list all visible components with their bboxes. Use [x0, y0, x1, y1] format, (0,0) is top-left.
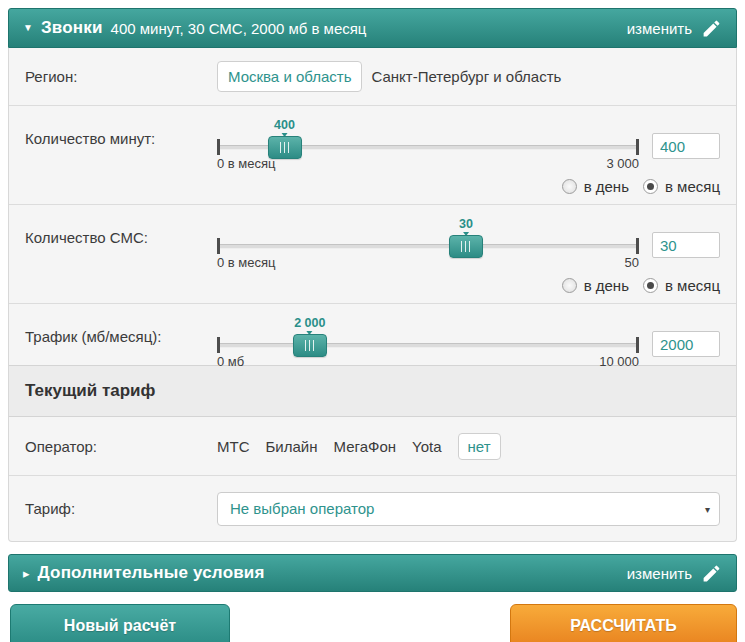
calls-section-title: Звонки: [41, 18, 103, 38]
actions-row: Новый расчёт РАССЧИТАТЬ: [8, 604, 737, 642]
minutes-row: Количество минут: 400 0 в месяц: [9, 105, 736, 204]
traffic-max-label: 10 000: [599, 354, 639, 369]
minutes-radio-day[interactable]: [562, 179, 577, 194]
calls-section-summary: 400 минут, 30 СМС, 2000 мб в месяц: [111, 20, 367, 37]
minutes-radio-day-label[interactable]: в день: [584, 178, 629, 195]
operator-label: Оператор:: [25, 438, 217, 455]
minutes-min-label: 0 в месяц: [217, 156, 276, 171]
tariff-select[interactable]: Не выбран оператор ▾: [217, 492, 720, 526]
slider-end-stop: [217, 238, 220, 254]
pencil-icon: [701, 563, 722, 584]
extra-section-title: Дополнительные условия: [38, 563, 265, 583]
extra-section-header[interactable]: ▸ Дополнительные условия изменить: [8, 554, 737, 592]
slider-end-stop: [636, 139, 639, 155]
sms-max-label: 50: [625, 255, 639, 270]
minutes-radio-month[interactable]: [643, 179, 658, 194]
calculate-button[interactable]: РАССЧИТАТЬ: [510, 604, 737, 642]
sms-radio-month-label[interactable]: в месяц: [665, 277, 720, 294]
slider-end-stop: [636, 238, 639, 254]
sms-radio-day[interactable]: [562, 278, 577, 293]
traffic-label: Трафик (мб/месяц):: [25, 316, 217, 365]
region-row: Регион: Москва и область Санкт-Петербург…: [9, 48, 736, 105]
dropdown-arrow-icon: ▾: [705, 503, 710, 514]
tariff-calculator: ▼ Звонки 400 минут, 30 СМС, 2000 мб в ме…: [0, 0, 745, 642]
sms-min-label: 0 в месяц: [217, 255, 276, 270]
traffic-slider-value: 2 000: [294, 316, 325, 335]
minutes-slider-value: 400: [274, 118, 295, 137]
sms-input[interactable]: [652, 232, 720, 258]
minutes-input[interactable]: [652, 133, 720, 159]
operator-option-mts[interactable]: МТС: [217, 438, 250, 455]
traffic-slider-track[interactable]: [219, 343, 637, 348]
calls-panel: Регион: Москва и область Санкт-Петербург…: [8, 48, 737, 542]
operator-row: Оператор: МТС Билайн МегаФон Yota нет: [9, 417, 736, 475]
calls-edit-button[interactable]: изменить: [627, 18, 722, 39]
extra-edit-label: изменить: [627, 565, 692, 582]
extra-edit-button[interactable]: изменить: [627, 563, 722, 584]
slider-end-stop: [217, 337, 220, 353]
sms-slider[interactable]: 30 0 в месяц 50: [217, 217, 639, 273]
operator-option-none[interactable]: нет: [458, 433, 501, 460]
minutes-max-label: 3 000: [606, 156, 639, 171]
traffic-min-label: 0 мб: [217, 354, 244, 369]
minutes-radio-month-label[interactable]: в месяц: [665, 178, 720, 195]
new-calculation-button[interactable]: Новый расчёт: [10, 604, 230, 642]
sms-slider-value: 30: [459, 217, 473, 236]
region-label: Регион:: [25, 68, 217, 85]
calls-section-header[interactable]: ▼ Звонки 400 минут, 30 СМС, 2000 мб в ме…: [8, 8, 737, 48]
caret-right-icon: ▸: [23, 567, 30, 580]
traffic-row: Трафик (мб/месяц): 2 000 0 мб: [9, 303, 736, 365]
region-option-spb[interactable]: Санкт-Петербург и область: [371, 68, 561, 85]
tariff-label: Тариф:: [25, 500, 217, 517]
calls-edit-label: изменить: [627, 20, 692, 37]
slider-end-stop: [636, 337, 639, 353]
caret-down-icon: ▼: [23, 23, 33, 33]
minutes-label: Количество минут:: [25, 118, 217, 196]
operator-option-beeline[interactable]: Билайн: [266, 438, 318, 455]
tariff-row: Тариф: Не выбран оператор ▾: [9, 475, 736, 541]
minutes-slider[interactable]: 400 0 в месяц 3 000: [217, 118, 639, 174]
current-tariff-heading: Текущий тариф: [9, 365, 736, 417]
operator-option-megafon[interactable]: МегаФон: [333, 438, 396, 455]
sms-label: Количество СМС:: [25, 217, 217, 295]
traffic-input[interactable]: [652, 331, 720, 357]
sms-row: Количество СМС: 30 0 в месяц: [9, 204, 736, 303]
sms-radio-month[interactable]: [643, 278, 658, 293]
pencil-icon: [701, 18, 722, 39]
sms-slider-track[interactable]: [219, 244, 637, 249]
region-option-moscow[interactable]: Москва и область: [217, 61, 362, 92]
slider-end-stop: [217, 139, 220, 155]
tariff-select-value: Не выбран оператор: [230, 500, 374, 517]
operator-option-yota[interactable]: Yota: [412, 438, 441, 455]
traffic-slider[interactable]: 2 000 0 мб 10 000: [217, 316, 639, 372]
sms-radio-day-label[interactable]: в день: [584, 277, 629, 294]
